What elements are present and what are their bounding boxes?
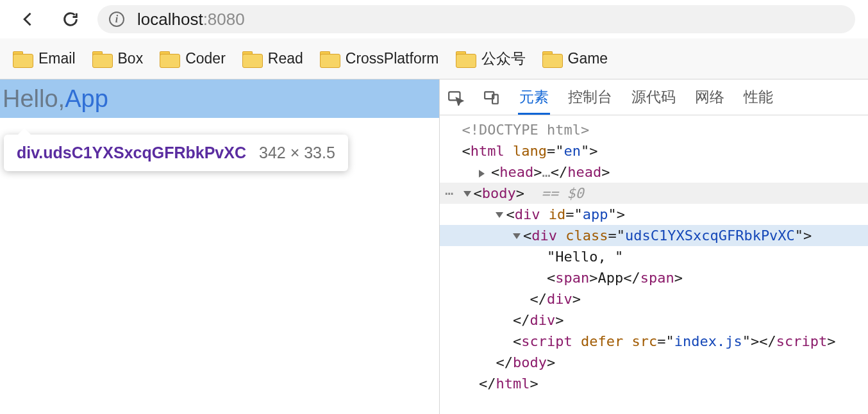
dom-line-div-class-selected[interactable]: <div class="udsC1YXSxcqGFRbkPvXC"> <box>440 225 868 246</box>
dom-line-html-close[interactable]: </html> <box>440 373 868 394</box>
main-split: Hello, App div.udsC1YXSxcqGFRbkPvXC 342 … <box>0 79 868 414</box>
folder-icon <box>242 51 262 67</box>
dom-line-head[interactable]: <head>…</head> <box>440 161 868 183</box>
folder-icon <box>456 51 475 67</box>
browser-toolbar: i localhost:8080 <box>0 0 868 38</box>
tab-performance[interactable]: 性能 <box>742 79 774 115</box>
reload-button[interactable] <box>55 4 86 35</box>
dom-line-div-app[interactable]: <div id="app"> <box>440 204 868 225</box>
bookmark-label: Coder <box>185 50 226 67</box>
tab-network[interactable]: 网络 <box>694 79 726 115</box>
url-text: localhost:8080 <box>137 10 245 29</box>
device-toolbar-button[interactable] <box>482 88 501 107</box>
inspect-element-button[interactable] <box>446 88 465 107</box>
caret-down-icon[interactable] <box>513 233 521 239</box>
device-icon <box>483 89 500 106</box>
arrow-left-icon <box>19 10 37 28</box>
inspect-tooltip: div.udsC1YXSxcqGFRbkPvXC 342 × 33.5 <box>4 135 348 171</box>
dom-tree[interactable]: <!DOCTYPE html> <html lang="en"> <head>…… <box>440 115 868 398</box>
dom-line-doctype[interactable]: <!DOCTYPE html> <box>440 119 868 140</box>
address-bar[interactable]: i localhost:8080 <box>97 5 855 33</box>
folder-icon <box>542 51 562 67</box>
back-button[interactable] <box>13 4 44 35</box>
tab-sources[interactable]: 源代码 <box>630 79 677 115</box>
bookmark-label: CrossPlatform <box>346 50 439 67</box>
tab-elements[interactable]: 元素 <box>518 79 550 115</box>
bookmark-coder[interactable]: Coder <box>160 50 226 67</box>
bookmark-read[interactable]: Read <box>242 50 303 67</box>
bookmark-label: Read <box>268 50 303 67</box>
folder-icon <box>13 51 32 67</box>
caret-down-icon[interactable] <box>463 191 471 197</box>
dom-line-div-close-inner[interactable]: </div> <box>440 288 868 310</box>
bookmark-box[interactable]: Box <box>92 50 144 67</box>
inspected-element-highlight: Hello, App <box>0 79 439 118</box>
bookmark-gongzhonghao[interactable]: 公众号 <box>456 49 526 69</box>
tab-console[interactable]: 控制台 <box>567 79 613 115</box>
bookmark-game[interactable]: Game <box>542 50 608 67</box>
bookmark-email[interactable]: Email <box>13 50 76 67</box>
bookmark-label: Box <box>118 50 144 67</box>
dom-line-text-hello[interactable]: "Hello, " <box>440 246 868 267</box>
bookmark-label: Email <box>38 50 76 67</box>
bookmark-crossplatform[interactable]: CrossPlatform <box>320 50 439 67</box>
dom-line-body-close[interactable]: </body> <box>440 352 868 373</box>
site-info-icon[interactable]: i <box>109 12 124 27</box>
caret-down-icon[interactable] <box>496 212 503 218</box>
bookmark-label: Game <box>568 50 608 67</box>
dom-line-span[interactable]: <span>App</span> <box>440 267 868 288</box>
dom-line-body-open[interactable]: ⋯ <body> == $0 <box>440 183 868 204</box>
dom-line-html-open[interactable]: <html lang="en"> <box>440 140 868 161</box>
inspect-icon <box>447 89 464 106</box>
dom-line-script[interactable]: <script defer src="index.js"></script> <box>440 331 868 352</box>
tooltip-selector: div.udsC1YXSxcqGFRbkPvXC <box>17 144 246 162</box>
tooltip-dimensions: 342 × 33.5 <box>259 144 335 162</box>
bookmarks-bar: Email Box Coder Read CrossPlatform 公众号 G… <box>0 38 868 79</box>
devtools-panel: 元素 控制台 源代码 网络 性能 <!DOCTYPE html> <html l… <box>440 79 868 414</box>
folder-icon <box>320 51 339 67</box>
page-text-hello: Hello, <box>3 85 65 113</box>
page-viewport: Hello, App div.udsC1YXSxcqGFRbkPvXC 342 … <box>0 79 440 414</box>
dom-line-div-close-app[interactable]: </div> <box>440 310 868 331</box>
bookmark-label: 公众号 <box>481 49 526 69</box>
page-text-app: App <box>65 85 108 113</box>
folder-icon <box>160 51 179 67</box>
devtools-tabs: 元素 控制台 源代码 网络 性能 <box>440 79 868 115</box>
reload-icon <box>62 10 79 28</box>
folder-icon <box>92 51 112 67</box>
caret-right-icon[interactable] <box>479 170 488 178</box>
